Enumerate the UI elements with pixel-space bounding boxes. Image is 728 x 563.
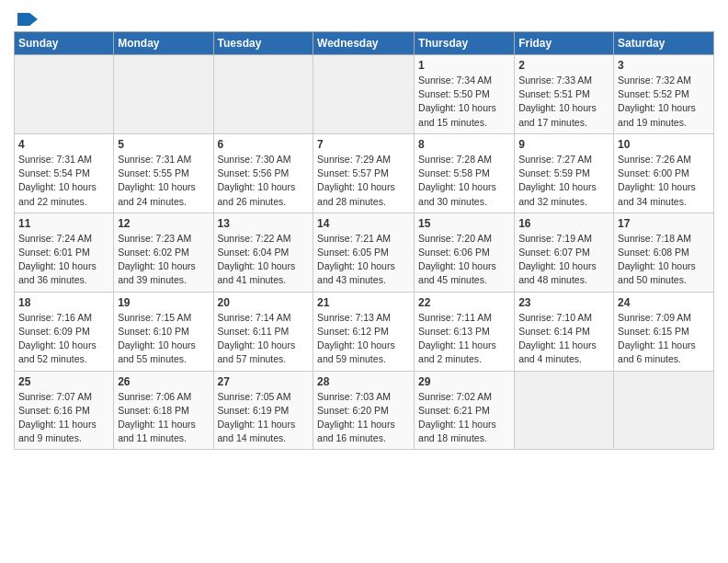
- day-info: Sunrise: 7:15 AM Sunset: 6:10 PM Dayligh…: [118, 311, 209, 367]
- day-number: 8: [418, 138, 510, 151]
- calendar-week-row: 1Sunrise: 7:34 AM Sunset: 5:50 PM Daylig…: [15, 55, 714, 134]
- day-info: Sunrise: 7:23 AM Sunset: 6:02 PM Dayligh…: [118, 232, 209, 288]
- day-info: Sunrise: 7:34 AM Sunset: 5:50 PM Dayligh…: [418, 74, 510, 130]
- day-info: Sunrise: 7:33 AM Sunset: 5:51 PM Dayligh…: [518, 74, 609, 130]
- calendar-cell: 7Sunrise: 7:29 AM Sunset: 5:57 PM Daylig…: [313, 133, 415, 213]
- day-number: 7: [317, 138, 410, 151]
- day-number: 10: [618, 138, 710, 151]
- day-info: Sunrise: 7:07 AM Sunset: 6:16 PM Dayligh…: [18, 390, 109, 446]
- day-number: 20: [218, 296, 310, 309]
- day-info: Sunrise: 7:09 AM Sunset: 6:15 PM Dayligh…: [618, 311, 710, 367]
- day-info: Sunrise: 7:32 AM Sunset: 5:52 PM Dayligh…: [618, 74, 710, 130]
- calendar-cell: [614, 371, 714, 450]
- day-number: 19: [118, 296, 209, 309]
- day-info: Sunrise: 7:21 AM Sunset: 6:05 PM Dayligh…: [317, 232, 410, 288]
- calendar-cell: 9Sunrise: 7:27 AM Sunset: 5:59 PM Daylig…: [515, 133, 614, 213]
- day-info: Sunrise: 7:13 AM Sunset: 6:12 PM Dayligh…: [317, 311, 410, 367]
- day-number: 4: [18, 138, 109, 151]
- calendar-cell: 15Sunrise: 7:20 AM Sunset: 6:06 PM Dayli…: [415, 213, 515, 292]
- calendar-cell: 18Sunrise: 7:16 AM Sunset: 6:09 PM Dayli…: [15, 292, 114, 371]
- calendar-cell: 4Sunrise: 7:31 AM Sunset: 5:54 PM Daylig…: [15, 133, 114, 213]
- day-info: Sunrise: 7:02 AM Sunset: 6:21 PM Dayligh…: [418, 390, 510, 446]
- calendar-cell: 23Sunrise: 7:10 AM Sunset: 6:14 PM Dayli…: [515, 292, 614, 371]
- calendar-week-row: 25Sunrise: 7:07 AM Sunset: 6:16 PM Dayli…: [15, 371, 714, 450]
- calendar-cell: 3Sunrise: 7:32 AM Sunset: 5:52 PM Daylig…: [614, 55, 714, 134]
- day-info: Sunrise: 7:03 AM Sunset: 6:20 PM Dayligh…: [317, 390, 410, 446]
- calendar-week-row: 4Sunrise: 7:31 AM Sunset: 5:54 PM Daylig…: [15, 133, 714, 213]
- day-info: Sunrise: 7:26 AM Sunset: 6:00 PM Dayligh…: [618, 153, 710, 209]
- calendar-cell: 6Sunrise: 7:30 AM Sunset: 5:56 PM Daylig…: [213, 133, 313, 213]
- calendar-table: SundayMondayTuesdayWednesdayThursdayFrid…: [14, 31, 714, 450]
- day-header-saturday: Saturday: [614, 32, 714, 55]
- day-info: Sunrise: 7:06 AM Sunset: 6:18 PM Dayligh…: [118, 390, 209, 446]
- calendar-cell: 17Sunrise: 7:18 AM Sunset: 6:08 PM Dayli…: [614, 213, 714, 292]
- day-number: 15: [418, 217, 510, 230]
- calendar-cell: 28Sunrise: 7:03 AM Sunset: 6:20 PM Dayli…: [313, 371, 415, 450]
- day-number: 6: [218, 138, 310, 151]
- day-number: 29: [418, 375, 510, 388]
- day-header-tuesday: Tuesday: [213, 32, 313, 55]
- day-number: 22: [418, 296, 510, 309]
- day-number: 12: [118, 217, 209, 230]
- calendar-cell: [213, 55, 313, 134]
- calendar-cell: 27Sunrise: 7:05 AM Sunset: 6:19 PM Dayli…: [213, 371, 313, 450]
- calendar-cell: 24Sunrise: 7:09 AM Sunset: 6:15 PM Dayli…: [614, 292, 714, 371]
- day-number: 5: [118, 138, 209, 151]
- day-info: Sunrise: 7:31 AM Sunset: 5:54 PM Dayligh…: [18, 153, 109, 209]
- day-number: 13: [218, 217, 310, 230]
- day-number: 27: [218, 375, 310, 388]
- calendar-cell: 1Sunrise: 7:34 AM Sunset: 5:50 PM Daylig…: [415, 55, 515, 134]
- day-info: Sunrise: 7:11 AM Sunset: 6:13 PM Dayligh…: [418, 311, 510, 367]
- calendar-cell: 22Sunrise: 7:11 AM Sunset: 6:13 PM Dayli…: [415, 292, 515, 371]
- day-header-friday: Friday: [515, 32, 614, 55]
- calendar-cell: 8Sunrise: 7:28 AM Sunset: 5:58 PM Daylig…: [415, 133, 515, 213]
- day-number: 9: [518, 138, 609, 151]
- calendar-week-row: 18Sunrise: 7:16 AM Sunset: 6:09 PM Dayli…: [15, 292, 714, 371]
- logo: [14, 13, 38, 26]
- day-number: 16: [518, 217, 609, 230]
- day-number: 23: [518, 296, 609, 309]
- calendar-week-row: 11Sunrise: 7:24 AM Sunset: 6:01 PM Dayli…: [15, 213, 714, 292]
- calendar-cell: 10Sunrise: 7:26 AM Sunset: 6:00 PM Dayli…: [614, 133, 714, 213]
- day-info: Sunrise: 7:28 AM Sunset: 5:58 PM Dayligh…: [418, 153, 510, 209]
- day-number: 25: [18, 375, 109, 388]
- day-header-thursday: Thursday: [415, 32, 515, 55]
- page-header: [14, 9, 714, 26]
- day-info: Sunrise: 7:14 AM Sunset: 6:11 PM Dayligh…: [218, 311, 310, 367]
- calendar-cell: 13Sunrise: 7:22 AM Sunset: 6:04 PM Dayli…: [213, 213, 313, 292]
- day-info: Sunrise: 7:19 AM Sunset: 6:07 PM Dayligh…: [518, 232, 609, 288]
- day-info: Sunrise: 7:29 AM Sunset: 5:57 PM Dayligh…: [317, 153, 410, 209]
- calendar-cell: 2Sunrise: 7:33 AM Sunset: 5:51 PM Daylig…: [515, 55, 614, 134]
- day-number: 21: [317, 296, 410, 309]
- calendar-cell: 12Sunrise: 7:23 AM Sunset: 6:02 PM Dayli…: [114, 213, 213, 292]
- calendar-cell: 11Sunrise: 7:24 AM Sunset: 6:01 PM Dayli…: [15, 213, 114, 292]
- day-info: Sunrise: 7:20 AM Sunset: 6:06 PM Dayligh…: [418, 232, 510, 288]
- calendar-cell: [515, 371, 614, 450]
- calendar-cell: 26Sunrise: 7:06 AM Sunset: 6:18 PM Dayli…: [114, 371, 213, 450]
- day-info: Sunrise: 7:05 AM Sunset: 6:19 PM Dayligh…: [218, 390, 310, 446]
- calendar-header-row: SundayMondayTuesdayWednesdayThursdayFrid…: [15, 32, 714, 55]
- calendar-cell: 21Sunrise: 7:13 AM Sunset: 6:12 PM Dayli…: [313, 292, 415, 371]
- day-info: Sunrise: 7:27 AM Sunset: 5:59 PM Dayligh…: [518, 153, 609, 209]
- day-header-sunday: Sunday: [15, 32, 114, 55]
- day-number: 1: [418, 59, 510, 72]
- day-number: 24: [618, 296, 710, 309]
- calendar-cell: 29Sunrise: 7:02 AM Sunset: 6:21 PM Dayli…: [415, 371, 515, 450]
- day-header-monday: Monday: [114, 32, 213, 55]
- calendar-cell: [15, 55, 114, 134]
- day-info: Sunrise: 7:31 AM Sunset: 5:55 PM Dayligh…: [118, 153, 209, 209]
- calendar-cell: 20Sunrise: 7:14 AM Sunset: 6:11 PM Dayli…: [213, 292, 313, 371]
- calendar-cell: [114, 55, 213, 134]
- day-number: 17: [618, 217, 710, 230]
- calendar-cell: [313, 55, 415, 134]
- day-info: Sunrise: 7:16 AM Sunset: 6:09 PM Dayligh…: [18, 311, 109, 367]
- calendar-cell: 16Sunrise: 7:19 AM Sunset: 6:07 PM Dayli…: [515, 213, 614, 292]
- logo-icon: [17, 13, 38, 26]
- day-header-wednesday: Wednesday: [313, 32, 415, 55]
- day-info: Sunrise: 7:30 AM Sunset: 5:56 PM Dayligh…: [218, 153, 310, 209]
- calendar-cell: 19Sunrise: 7:15 AM Sunset: 6:10 PM Dayli…: [114, 292, 213, 371]
- day-number: 14: [317, 217, 410, 230]
- day-number: 26: [118, 375, 209, 388]
- day-number: 3: [618, 59, 710, 72]
- day-info: Sunrise: 7:10 AM Sunset: 6:14 PM Dayligh…: [518, 311, 609, 367]
